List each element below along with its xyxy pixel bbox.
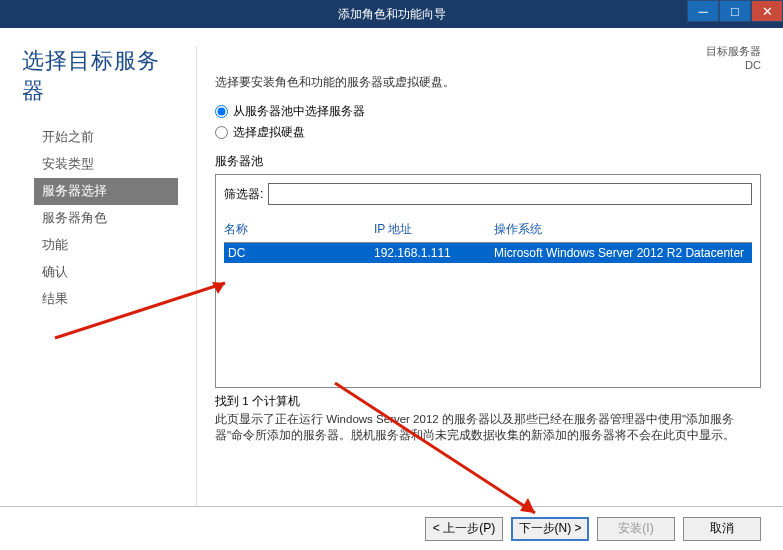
filter-label: 筛选器: — [224, 186, 263, 203]
radio-vhd[interactable]: 选择虚拟硬盘 — [215, 124, 761, 141]
window-controls: ─ □ ✕ — [687, 0, 783, 22]
cancel-button[interactable]: 取消 — [683, 517, 761, 541]
col-os[interactable]: 操作系统 — [494, 221, 752, 238]
radio-pool[interactable]: 从服务器池中选择服务器 — [215, 103, 761, 120]
step-confirm[interactable]: 确认 — [34, 259, 178, 286]
step-server-roles[interactable]: 服务器角色 — [34, 205, 178, 232]
explain-text: 此页显示了正在运行 Windows Server 2012 的服务器以及那些已经… — [215, 411, 761, 443]
minimize-button[interactable]: ─ — [687, 0, 719, 22]
maximize-button[interactable]: □ — [719, 0, 751, 22]
filter-input[interactable] — [268, 183, 752, 205]
table-row[interactable]: DC 192.168.1.111 Microsoft Windows Serve… — [224, 243, 752, 263]
col-name[interactable]: 名称 — [224, 221, 374, 238]
radio-group: 从服务器池中选择服务器 选择虚拟硬盘 — [215, 103, 761, 141]
next-button[interactable]: 下一步(N) > — [511, 517, 589, 541]
table-header: 名称 IP 地址 操作系统 — [224, 217, 752, 243]
pool-label: 服务器池 — [215, 153, 761, 170]
intro-text: 选择要安装角色和功能的服务器或虚拟硬盘。 — [215, 74, 761, 91]
step-before[interactable]: 开始之前 — [34, 124, 178, 151]
page-title: 选择目标服务器 — [22, 46, 178, 106]
step-install-type[interactable]: 安装类型 — [34, 151, 178, 178]
window-title: 添加角色和功能向导 — [0, 6, 783, 23]
button-bar: < 上一步(P) 下一步(N) > 安装(I) 取消 — [0, 506, 783, 550]
close-button[interactable]: ✕ — [751, 0, 783, 22]
main-panel: 目标服务器 DC 选择要安装角色和功能的服务器或虚拟硬盘。 从服务器池中选择服务… — [197, 46, 761, 506]
titlebar: 添加角色和功能向导 ─ □ ✕ — [0, 0, 783, 28]
table-body: DC 192.168.1.111 Microsoft Windows Serve… — [224, 243, 752, 383]
destination-label: 目标服务器 DC — [706, 44, 761, 71]
wizard-steps: 开始之前 安装类型 服务器选择 服务器角色 功能 确认 结果 — [34, 124, 178, 313]
step-features[interactable]: 功能 — [34, 232, 178, 259]
sidebar: 选择目标服务器 开始之前 安装类型 服务器选择 服务器角色 功能 确认 结果 — [22, 46, 197, 506]
found-count: 找到 1 个计算机 — [215, 394, 761, 409]
step-server-selection[interactable]: 服务器选择 — [34, 178, 178, 205]
col-ip[interactable]: IP 地址 — [374, 221, 494, 238]
server-pool: 筛选器: 名称 IP 地址 操作系统 DC 192.168.1.111 Micr… — [215, 174, 761, 388]
step-results[interactable]: 结果 — [34, 286, 178, 313]
install-button[interactable]: 安装(I) — [597, 517, 675, 541]
prev-button[interactable]: < 上一步(P) — [425, 517, 503, 541]
